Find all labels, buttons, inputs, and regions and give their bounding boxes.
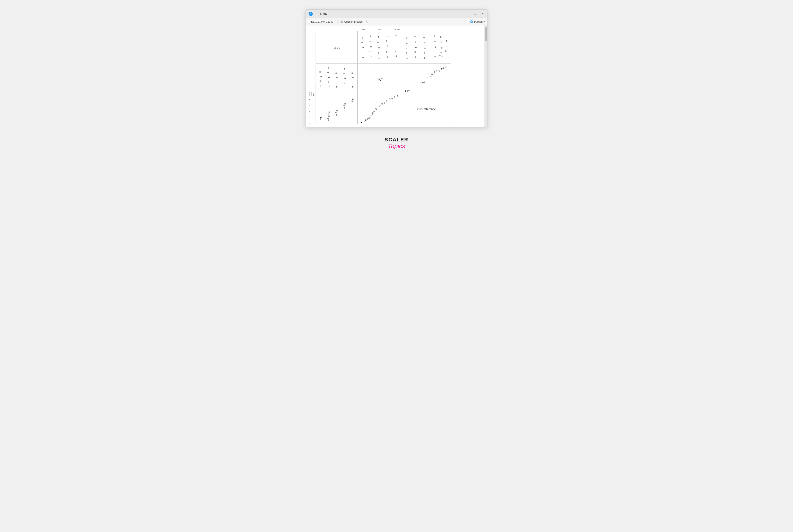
svg-point-48 <box>424 52 425 53</box>
svg-point-101 <box>320 121 321 122</box>
svg-point-77 <box>352 68 353 69</box>
svg-point-62 <box>320 85 322 86</box>
refresh-button[interactable]: ↻ <box>366 20 368 23</box>
svg-point-110 <box>336 112 337 113</box>
svg-point-60 <box>321 76 322 77</box>
svg-point-36 <box>424 42 425 43</box>
svg-point-121 <box>364 120 366 121</box>
maximize-button[interactable]: □ <box>473 12 477 15</box>
svg-point-31 <box>434 35 435 36</box>
scatter-r1c2: 2 1 <box>357 31 402 64</box>
svg-point-85 <box>419 83 420 84</box>
scrollbar[interactable] <box>484 25 487 127</box>
svg-point-100 <box>446 66 447 67</box>
svg-point-97 <box>439 70 440 71</box>
url-display[interactable]: http://127.0.0.1:5947 <box>308 20 335 24</box>
svg-point-61 <box>320 80 321 82</box>
svg-point-131 <box>374 110 375 112</box>
svg-point-50 <box>440 52 442 53</box>
svg-point-24 <box>370 56 371 57</box>
y-label-0: 0 <box>309 123 310 125</box>
svg-point-91 <box>431 74 433 75</box>
svg-point-28 <box>406 38 407 39</box>
svg-point-104 <box>328 119 329 121</box>
close-button[interactable]: ✕ <box>481 12 484 15</box>
top-axis-1000: 1000 <box>378 28 382 31</box>
svg-point-96 <box>442 68 444 69</box>
tree-label: Tree <box>333 45 340 50</box>
svg-point-54 <box>424 57 425 59</box>
circumference-label-cell: circumference 50 100 150 200 <box>402 94 451 125</box>
svg-point-23 <box>363 57 364 58</box>
svg-point-7 <box>395 35 396 36</box>
svg-point-29 <box>414 36 415 37</box>
svg-point-136 <box>386 100 387 102</box>
main-content: 500 1000 1500 1500 1000 500 8 6 4 2 <box>306 25 487 127</box>
tree-label-cell: Tree <box>315 31 357 64</box>
topics-text: Topics <box>388 143 405 150</box>
svg-point-41 <box>415 47 417 48</box>
minimize-button[interactable]: — <box>466 12 469 15</box>
y-label-1000: 1000 <box>311 65 313 96</box>
svg-point-5 <box>378 36 379 38</box>
svg-point-117 <box>351 100 353 102</box>
svg-point-113 <box>344 108 345 109</box>
top-axis-1500: 1500 <box>395 28 400 31</box>
scatter-r1c3 <box>402 31 451 64</box>
scatter-svg-r1c3 <box>402 31 451 63</box>
svg-point-109 <box>336 114 337 115</box>
svg-point-8 <box>362 42 363 43</box>
r-icon: R <box>309 12 313 16</box>
svg-point-119 <box>352 97 353 98</box>
svg-point-6 <box>387 36 388 37</box>
svg-point-88 <box>424 81 425 82</box>
scatter-svg-r2c1 <box>316 64 357 94</box>
top-axis-500: 500 <box>361 28 365 31</box>
y-label-2: 2 <box>309 117 310 118</box>
svg-point-46 <box>406 53 407 54</box>
svg-point-42 <box>425 48 426 49</box>
svg-point-138 <box>391 98 392 99</box>
svg-point-137 <box>389 99 390 100</box>
svg-point-80 <box>352 82 353 83</box>
svg-point-82 <box>405 91 406 92</box>
app-window: R – – Shiny — □ ✕ http://127.0.0.1:5947 … <box>306 10 487 127</box>
svg-point-70 <box>336 77 338 78</box>
svg-point-68 <box>336 68 337 69</box>
age-label: age <box>377 77 383 81</box>
svg-point-11 <box>386 40 387 41</box>
svg-point-40 <box>407 48 408 49</box>
svg-point-99 <box>444 67 445 68</box>
svg-point-102 <box>320 118 321 120</box>
svg-point-14 <box>370 46 371 48</box>
svg-point-135 <box>384 102 385 103</box>
open-browser-button[interactable]: Open in Browser <box>340 20 364 23</box>
svg-point-114 <box>344 105 345 107</box>
scrollbar-thumb[interactable] <box>485 27 487 41</box>
y-label-8-top: 8 <box>309 99 310 100</box>
svg-point-27 <box>396 56 397 57</box>
scatter-r3c2: 0 50 100 150 200 <box>357 94 402 125</box>
separator: | <box>337 20 338 24</box>
svg-point-125 <box>368 118 369 119</box>
svg-point-38 <box>441 42 442 43</box>
svg-point-81 <box>352 86 353 88</box>
svg-point-66 <box>328 81 329 82</box>
svg-point-33 <box>446 35 447 36</box>
svg-point-44 <box>441 48 442 49</box>
svg-point-93 <box>436 70 437 71</box>
svg-point-124 <box>367 118 368 120</box>
svg-point-25 <box>378 58 380 59</box>
svg-point-49 <box>434 51 435 52</box>
svg-point-103 <box>321 117 322 118</box>
publish-button[interactable]: Publish ▾ <box>470 20 485 23</box>
svg-point-47 <box>414 51 415 53</box>
svg-point-116 <box>352 103 353 104</box>
titlebar: R – – Shiny — □ ✕ <box>306 10 487 18</box>
svg-point-134 <box>381 103 383 104</box>
svg-point-12 <box>395 40 396 41</box>
svg-point-16 <box>387 46 388 47</box>
svg-point-63 <box>328 68 329 69</box>
svg-point-94 <box>438 69 439 70</box>
svg-point-73 <box>344 69 345 70</box>
